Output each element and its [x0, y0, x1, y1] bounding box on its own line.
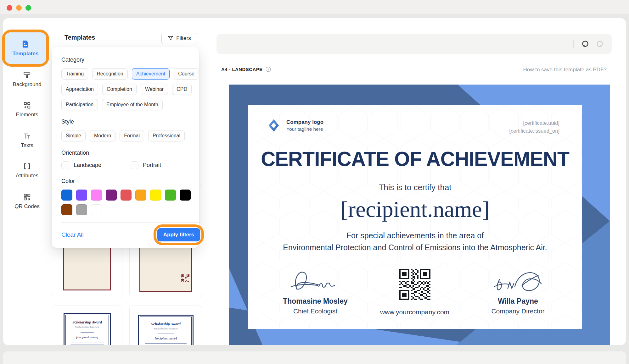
category-chips: Training Recognition Achievement Course … [61, 68, 201, 110]
category-chip-employee-of-the-month[interactable]: Employee of the Month [102, 99, 163, 110]
bottom-bar [3, 351, 626, 364]
color-swatch-brown[interactable] [61, 204, 72, 215]
category-chip-participation[interactable]: Participation [61, 99, 98, 110]
redo-icon[interactable] [595, 39, 604, 48]
color-swatch-green[interactable] [165, 190, 176, 201]
certificate-title: CERTIFICATE OF ACHIEVEMENT [248, 147, 582, 171]
color-swatch-red[interactable] [121, 190, 132, 201]
orientation-option-portrait[interactable]: Portrait [131, 161, 200, 169]
sidebar-item-elements[interactable]: Elements [3, 101, 51, 118]
certificate-issued-on-placeholder: [certificate.issued_on] [509, 127, 559, 135]
text-icon [23, 132, 31, 140]
minimize-window-button[interactable] [16, 5, 22, 11]
apply-filters-button[interactable]: Apply filters [157, 228, 200, 241]
elements-grid-icon [23, 101, 31, 109]
category-chip-completion[interactable]: Completion [102, 84, 137, 95]
color-swatches [61, 190, 199, 215]
description-line-1: For special achievements in the area of [248, 231, 582, 240]
canvas-toolbar [216, 34, 612, 54]
portrait-checkbox[interactable] [131, 161, 138, 169]
certificate-website: www.yourcompany.com [374, 308, 456, 316]
category-chip-training[interactable]: Training [61, 68, 88, 80]
orientation-option-landscape[interactable]: Landscape [61, 161, 131, 169]
category-chip-recognition[interactable]: Recognition [92, 68, 128, 80]
thumb-recipient: [recipient.name] [142, 337, 190, 340]
category-chip-achievement[interactable]: Achievement [132, 68, 170, 80]
category-chip-webinar[interactable]: Webinar [141, 84, 168, 95]
qr-code-icon [181, 274, 189, 282]
sidebar: Templates Background Elements [3, 18, 51, 345]
paint-roller-icon [23, 71, 31, 79]
window-titlebar [0, 0, 629, 14]
style-chip-professional[interactable]: Professional [148, 130, 185, 141]
color-label: Color [61, 178, 199, 185]
landscape-checkbox[interactable] [61, 161, 69, 169]
signatory-name: Willa Payne [477, 297, 559, 306]
sidebar-item-qr-codes[interactable]: QR Codes [3, 193, 51, 210]
certificate-uuid-placeholder: [certificate.uuid] [509, 119, 559, 127]
style-chip-formal[interactable]: Formal [120, 130, 144, 141]
orientation-label: Orientation [61, 150, 199, 156]
certificate-canvas[interactable]: Company logo Your tagline here [certific… [229, 85, 610, 345]
thumb-recipient: [recipient.name] [67, 335, 107, 339]
style-chips: Simple Modern Formal Professional [61, 130, 201, 141]
pdf-help-link[interactable]: How to save this template as PDF? [523, 67, 607, 73]
description-line-2: Environmental Protection and Control of … [248, 243, 582, 252]
company-tagline: Your tagline here [286, 126, 323, 132]
filters-panel: Category Training Recognition Achievemen… [52, 47, 199, 248]
company-logo-icon [268, 119, 279, 132]
signatory-role: Company Director [477, 307, 559, 315]
sidebar-item-attributes[interactable]: Attributes [3, 162, 51, 179]
style-chip-simple[interactable]: Simple [61, 130, 86, 141]
color-swatch-dark-purple[interactable] [106, 190, 117, 201]
qr-code [399, 269, 430, 300]
color-swatch-blue[interactable] [61, 190, 72, 201]
category-chip-appreciation[interactable]: Appreciation [61, 84, 98, 95]
category-chip-course[interactable]: Course [174, 68, 199, 80]
toolbar-divider [573, 40, 574, 48]
info-icon[interactable] [266, 67, 271, 72]
color-swatch-gray[interactable] [76, 204, 87, 215]
page-format-label: A4 - LANDSCAPE [221, 67, 262, 72]
template-card[interactable]: Scholarship Award Faculty of Aviation De… [129, 306, 202, 345]
thumb-subtitle: Faculty of Aviation Department [67, 326, 107, 328]
clear-all-link[interactable]: Clear All [61, 231, 84, 238]
style-chip-modern[interactable]: Modern [90, 130, 115, 141]
zoom-window-button[interactable] [25, 5, 31, 11]
close-window-button[interactable] [7, 5, 12, 11]
signatory-name: Thomasine Mosley [274, 297, 356, 306]
company-logo-title: Company logo [286, 119, 323, 125]
panel-title: Templates [65, 34, 95, 41]
thumb-title: Scholarship Award [67, 320, 107, 325]
color-swatch-black[interactable] [180, 190, 191, 201]
color-swatch-pink[interactable] [91, 190, 102, 201]
color-swatch-yellow[interactable] [150, 190, 161, 201]
recipient-name-placeholder: [recipient.name] [248, 196, 582, 223]
color-swatch-white[interactable] [91, 204, 102, 215]
highlight-ring-apply-filters: Apply filters [154, 224, 204, 245]
filters-button[interactable]: Filters [161, 33, 197, 44]
signatory-role: Chief Ecologist [274, 307, 356, 315]
sidebar-item-templates[interactable]: Templates [5, 32, 46, 64]
template-file-icon [21, 40, 30, 48]
sidebar-item-background[interactable]: Background [3, 71, 51, 88]
color-swatch-purple[interactable] [76, 190, 87, 201]
editor-window: Certificate of Scholarship [recipient.na… [3, 18, 626, 345]
category-chip-cpd[interactable]: CPD [172, 84, 192, 95]
template-card[interactable]: Scholarship Award Faculty of Aviation De… [52, 306, 122, 345]
style-label: Style [61, 119, 199, 125]
certify-line: This is to certify that [248, 183, 582, 192]
thumb-subtitle: Faculty of Aviation Department [142, 328, 190, 330]
signature-right [491, 268, 545, 295]
qr-codes-icon [23, 193, 31, 201]
filter-funnel-icon [168, 36, 173, 41]
signature-left [289, 268, 342, 295]
highlight-ring-templates: Templates [2, 30, 49, 67]
sidebar-item-texts[interactable]: Texts [3, 132, 51, 149]
category-label: Category [61, 57, 199, 63]
color-swatch-orange[interactable] [135, 190, 146, 201]
thumb-title: Scholarship Award [142, 322, 190, 327]
brackets-icon [23, 162, 31, 170]
undo-icon[interactable] [581, 39, 590, 48]
